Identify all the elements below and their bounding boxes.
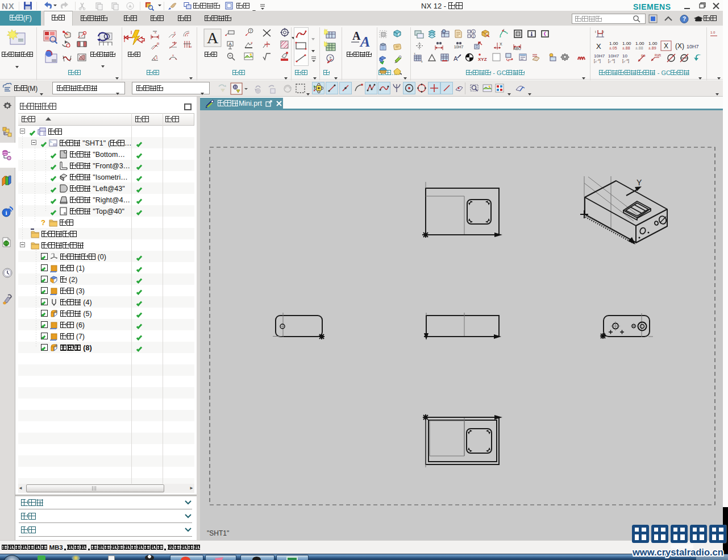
- svg-text:i: i: [5, 209, 7, 216]
- svg-text:X: X: [500, 42, 502, 46]
- svg-text:?: ?: [683, 16, 686, 22]
- svg-text:±.88: ±.88: [622, 46, 630, 50]
- svg-text:X: X: [596, 42, 601, 51]
- svg-text:10H7: 10H7: [687, 44, 699, 49]
- svg-text:1.00: 1.00: [622, 41, 631, 46]
- svg-text:[₀·⁵]: [₀·⁵]: [608, 59, 615, 63]
- svg-text:r: r: [187, 34, 188, 37]
- svg-text:[₀·⁵]: [₀·⁵]: [622, 59, 629, 63]
- svg-text:A: A: [207, 29, 219, 47]
- svg-text:7: 7: [249, 29, 252, 33]
- svg-text:1.0: 1.0: [710, 31, 715, 34]
- svg-text:R0: R0: [641, 54, 646, 57]
- svg-text:7: 7: [251, 42, 253, 45]
- svg-text:±.88: ±.88: [635, 46, 643, 50]
- svg-text:A: A: [228, 42, 232, 47]
- svg-text:10: 10: [622, 53, 627, 59]
- svg-text:A: A: [454, 55, 458, 62]
- svg-text:A: A: [359, 34, 370, 49]
- svg-text:xo: xo: [189, 45, 192, 48]
- svg-text:X: X: [664, 42, 668, 50]
- svg-text:R: R: [157, 42, 160, 45]
- svg-text:1.00: 1.00: [609, 41, 618, 46]
- svg-text:x: x: [172, 53, 174, 57]
- svg-text:A: A: [352, 30, 361, 42]
- svg-text:(X): (X): [675, 42, 684, 50]
- svg-text:1.00: 1.00: [635, 41, 644, 46]
- svg-text:ABC: ABC: [513, 47, 521, 51]
- svg-text:10H7: 10H7: [594, 53, 605, 59]
- svg-text:10H7: 10H7: [454, 45, 463, 49]
- svg-text:R|Ø|: R|Ø|: [655, 53, 661, 57]
- svg-text:1: 1: [156, 55, 158, 59]
- svg-text:x: x: [421, 60, 423, 63]
- svg-text:x: x: [155, 31, 156, 34]
- svg-text:c: c: [174, 31, 176, 34]
- svg-text:Y: Y: [414, 53, 416, 55]
- svg-text:1.00: 1.00: [648, 41, 658, 46]
- svg-text:±.89: ±.89: [648, 46, 656, 50]
- svg-text:I: I: [603, 30, 604, 34]
- svg-text:10H7: 10H7: [608, 53, 619, 59]
- svg-text:±.05: ±.05: [609, 46, 617, 50]
- svg-text:[₀·⁵]: [₀·⁵]: [594, 59, 601, 63]
- svg-text:Y: Y: [637, 178, 642, 187]
- svg-text:XYZ: XYZ: [478, 57, 487, 62]
- svg-text:I: I: [595, 30, 596, 34]
